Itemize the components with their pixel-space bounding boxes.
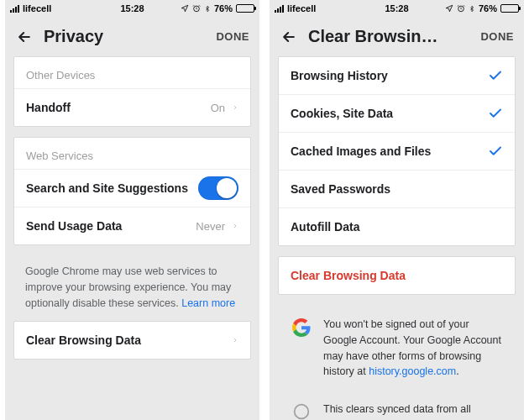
section-web-services: Web Services Search and Site Suggestions…: [13, 137, 251, 245]
page-title: Privacy: [44, 27, 209, 46]
signal-icon: [275, 5, 284, 13]
row-label: Saved Passwords: [291, 182, 503, 196]
clock: 15:28: [385, 3, 408, 13]
location-icon: [181, 4, 189, 13]
carrier-label: lifecell: [287, 3, 316, 13]
check-icon: [488, 144, 503, 159]
row-autofill[interactable]: Autofill Data: [279, 207, 515, 245]
row-suggestions[interactable]: Search and Site Suggestions: [14, 169, 250, 207]
page-title: Clear Browsin…: [308, 27, 474, 46]
check-icon: [488, 68, 503, 83]
clock: 15:28: [120, 3, 144, 13]
signal-icon: [10, 5, 19, 13]
row-value: On: [211, 102, 225, 114]
section-clear-items: Browsing History Cookies, Site Data Cach…: [278, 56, 516, 246]
section-header-other-devices: Other Devices: [14, 57, 250, 88]
screen-privacy: lifecell 15:28 76% Privacy DONE Other De…: [5, 0, 259, 420]
note-sync: This clears synced data from all devices…: [278, 390, 516, 420]
done-button[interactable]: DONE: [216, 30, 249, 43]
battery-icon: [236, 4, 254, 13]
row-clear-browsing-data[interactable]: Clear Browsing Data: [14, 322, 250, 359]
row-value: Never: [196, 220, 225, 233]
chevron-right-icon: [232, 220, 238, 232]
done-button[interactable]: DONE: [480, 30, 514, 43]
row-label: Handoff: [26, 101, 211, 114]
row-label: Cached Images and Files: [291, 144, 488, 158]
section-header-web-services: Web Services: [14, 138, 250, 169]
row-label: Autofill Data: [291, 220, 503, 234]
row-passwords[interactable]: Saved Passwords: [279, 170, 515, 207]
chevron-right-icon: [232, 334, 238, 346]
row-label: Browsing History: [291, 69, 488, 82]
google-g-icon: [290, 317, 313, 380]
back-button[interactable]: [276, 29, 301, 45]
alarm-icon: [192, 4, 201, 13]
row-label: Clear Browsing Data: [291, 269, 503, 282]
alarm-icon: [457, 4, 465, 13]
battery-pct: 76%: [214, 3, 233, 13]
row-cookies[interactable]: Cookies, Site Data: [279, 94, 515, 132]
svg-point-2: [295, 405, 309, 419]
row-label: Send Usage Data: [26, 219, 196, 233]
row-browsing-history[interactable]: Browsing History: [279, 57, 515, 94]
sync-icon: [290, 402, 313, 420]
chevron-right-icon: [232, 102, 238, 113]
battery-icon: [500, 4, 519, 13]
learn-more-link[interactable]: Learn more: [181, 297, 235, 309]
row-label: Clear Browsing Data: [26, 333, 232, 347]
back-arrow-icon: [280, 29, 297, 45]
clear-browsing-data-button[interactable]: Clear Browsing Data: [279, 257, 515, 294]
nav-bar: Privacy DONE: [5, 17, 259, 56]
carrier-label: lifecell: [23, 3, 51, 13]
status-bar: lifecell 15:28 76%: [270, 0, 524, 17]
toggle-suggestions[interactable]: [198, 176, 238, 200]
status-bar: lifecell 15:28 76%: [5, 0, 259, 17]
nav-bar: Clear Browsin… DONE: [270, 17, 524, 56]
check-icon: [488, 106, 503, 121]
web-services-disclaimer: Google Chrome may use web services to im…: [13, 255, 251, 311]
note-account: You won't be signed out of your Google A…: [278, 305, 516, 380]
battery-pct: 76%: [479, 3, 497, 13]
section-clear-action: Clear Browsing Data: [278, 256, 516, 295]
row-cached[interactable]: Cached Images and Files: [279, 132, 515, 170]
back-button[interactable]: [12, 29, 37, 45]
section-other-devices: Other Devices Handoff On: [13, 56, 251, 127]
row-label: Search and Site Suggestions: [26, 181, 198, 195]
bluetooth-icon: [469, 4, 475, 13]
section-clear-browsing: Clear Browsing Data: [13, 321, 251, 360]
history-google-link[interactable]: history.google.com: [369, 365, 456, 377]
row-handoff[interactable]: Handoff On: [14, 88, 250, 126]
bluetooth-icon: [204, 4, 211, 13]
back-arrow-icon: [16, 29, 33, 45]
row-label: Cookies, Site Data: [291, 107, 488, 120]
screen-clear-browsing: lifecell 15:28 76% Clear Browsin… DONE B…: [270, 0, 524, 420]
row-usage-data[interactable]: Send Usage Data Never: [14, 207, 250, 244]
location-icon: [445, 4, 453, 13]
